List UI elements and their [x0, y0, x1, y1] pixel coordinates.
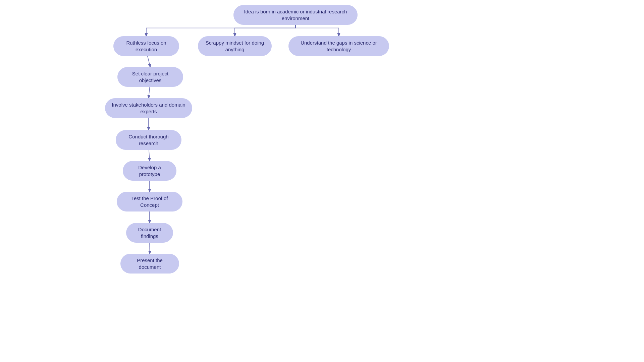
node-present: Present the document	[120, 254, 179, 274]
node-stakeholders: Involve stakeholders and domain experts	[105, 98, 192, 118]
node-poc: Test the Proof of Concept	[117, 192, 182, 212]
node-scrappy: Scrappy mindset for doing anything	[198, 36, 272, 56]
node-understand: Understand the gaps in science or techno…	[288, 36, 389, 56]
node-ruthless: Ruthless focus on execution	[113, 36, 179, 56]
node-root: Idea is born in academic or industrial r…	[233, 5, 358, 25]
node-objectives: Set clear project objectives	[117, 67, 183, 87]
node-research: Conduct thorough research	[116, 130, 181, 150]
diagram-container: Idea is born in academic or industrial r…	[0, 0, 644, 362]
node-prototype: Develop a prototype	[123, 161, 176, 181]
node-findings: Document findings	[126, 223, 173, 243]
